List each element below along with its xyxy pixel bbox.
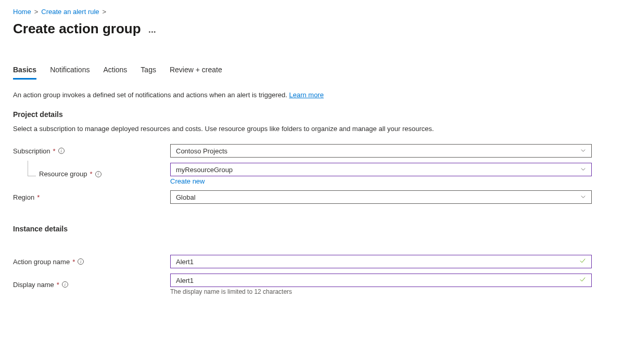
action-group-name-input[interactable]: Alert1: [170, 255, 592, 268]
display-name-input[interactable]: Alert1: [170, 274, 592, 287]
check-icon: [579, 257, 586, 266]
action-group-name-value: Alert1: [176, 258, 194, 266]
instance-heading: Instance details: [13, 225, 610, 233]
chevron-down-icon: [580, 148, 586, 154]
page-title: Create action group: [13, 21, 141, 37]
resource-group-label-cell: Resource group * i: [13, 170, 170, 178]
action-group-name-label: Action group name: [13, 258, 70, 266]
project-heading: Project details: [13, 110, 610, 119]
intro-body: An action group invokes a defined set of…: [13, 91, 289, 99]
action-group-name-label-cell: Action group name * i: [13, 258, 170, 266]
create-new-link[interactable]: Create new: [170, 177, 205, 185]
info-icon[interactable]: i: [95, 171, 101, 177]
subscription-label-cell: Subscription * i: [13, 147, 170, 155]
tab-notifications[interactable]: Notifications: [50, 66, 90, 80]
learn-more-link[interactable]: Learn more: [289, 91, 323, 99]
region-row: Region * Global: [13, 190, 610, 204]
breadcrumb-link-home[interactable]: Home: [13, 8, 31, 16]
subscription-value: Contoso Projects: [176, 147, 227, 155]
check-icon: [579, 276, 586, 284]
breadcrumb-sep: >: [103, 8, 107, 16]
resource-group-row: Resource group * i myResourceGroup Creat…: [13, 163, 610, 185]
title-row: Create action group •••: [13, 21, 610, 37]
required-asterisk: *: [53, 147, 56, 155]
chevron-down-icon: [580, 194, 586, 201]
subscription-row: Subscription * i Contoso Projects: [13, 144, 610, 158]
required-asterisk: *: [57, 281, 59, 289]
resource-group-label: Resource group: [39, 170, 87, 178]
region-label: Region: [13, 193, 34, 201]
resource-group-select[interactable]: myResourceGroup: [170, 163, 592, 176]
tab-actions[interactable]: Actions: [103, 66, 127, 80]
instance-details-section: Instance details Action group name * i A…: [13, 225, 610, 295]
more-icon[interactable]: •••: [149, 23, 157, 35]
breadcrumb-sep: >: [34, 8, 39, 16]
info-icon[interactable]: i: [58, 148, 65, 154]
action-group-name-row: Action group name * i Alert1: [13, 255, 610, 268]
chevron-down-icon: [580, 166, 586, 173]
info-icon[interactable]: i: [62, 281, 68, 288]
required-asterisk: *: [72, 258, 75, 266]
display-name-label-cell: Display name * i: [13, 281, 170, 289]
tab-basics[interactable]: Basics: [13, 66, 36, 80]
indent-line: [28, 161, 36, 176]
tab-tags[interactable]: Tags: [141, 66, 156, 80]
tabs: Basics Notifications Actions Tags Review…: [13, 66, 610, 80]
tab-review-create[interactable]: Review + create: [170, 66, 222, 80]
subscription-select[interactable]: Contoso Projects: [170, 144, 592, 158]
region-label-cell: Region *: [13, 193, 170, 201]
breadcrumb-link-create-alert[interactable]: Create an alert rule: [41, 8, 99, 16]
display-name-label: Display name: [13, 281, 54, 289]
region-value: Global: [176, 193, 196, 201]
display-name-row: Display name * i Alert1 The display name…: [13, 274, 610, 295]
intro-text: An action group invokes a defined set of…: [13, 91, 610, 99]
required-asterisk: *: [90, 170, 93, 178]
subscription-label: Subscription: [13, 147, 50, 155]
resource-group-value: myResourceGroup: [176, 166, 233, 174]
display-name-value: Alert1: [176, 277, 194, 284]
breadcrumb: Home > Create an alert rule >: [13, 8, 610, 16]
info-icon[interactable]: i: [78, 258, 84, 265]
project-sub: Select a subscription to manage deployed…: [13, 125, 610, 133]
project-details-section: Project details Select a subscription to…: [13, 110, 610, 204]
required-asterisk: *: [37, 193, 40, 201]
region-select[interactable]: Global: [170, 190, 592, 204]
display-name-helper: The display name is limited to 12 charac…: [170, 288, 592, 295]
